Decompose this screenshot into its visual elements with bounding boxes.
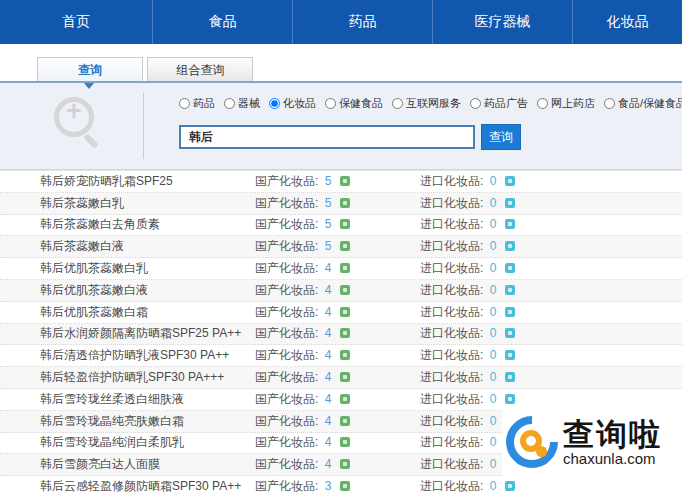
- import-expand-icon[interactable]: [505, 394, 515, 404]
- category-radio-label: 药品: [193, 96, 215, 111]
- domestic-expand-icon[interactable]: [340, 198, 350, 208]
- domestic-cell: 国产化妆品: 4: [255, 456, 420, 473]
- product-name-link[interactable]: 韩后茶蕊嫩白乳: [40, 195, 255, 212]
- domestic-expand-icon[interactable]: [340, 350, 350, 360]
- domestic-label: 国产化妆品:: [255, 348, 318, 362]
- category-radio-label: 药品广告: [484, 96, 528, 111]
- domestic-label: 国产化妆品:: [255, 326, 318, 340]
- product-name-link[interactable]: 韩后云感轻盈修颜防晒霜SPF30 PA++: [40, 478, 255, 495]
- import-count: 0: [490, 196, 497, 210]
- category-radio[interactable]: 药品广告: [470, 96, 528, 111]
- import-expand-icon[interactable]: [505, 481, 515, 491]
- category-radio-label: 互联网服务: [406, 96, 461, 111]
- product-name-link[interactable]: 韩后茶蕊嫩白去角质素: [40, 216, 255, 233]
- product-name-link[interactable]: 韩后轻盈倍护防晒乳SPF30 PA+++: [40, 369, 255, 386]
- import-expand-icon[interactable]: [505, 285, 515, 295]
- import-label: 进口化妆品:: [420, 283, 483, 297]
- product-name-link[interactable]: 韩后雪玲珑晶纯润白柔肌乳: [40, 434, 255, 451]
- domestic-expand-icon[interactable]: [340, 307, 350, 317]
- nav-item[interactable]: 医疗器械: [433, 0, 573, 44]
- import-cell: 进口化妆品: 0: [420, 434, 515, 451]
- tab-combo-query[interactable]: 组合查询: [147, 57, 253, 81]
- domestic-cell: 国产化妆品: 5: [255, 195, 420, 212]
- import-expand-icon[interactable]: [505, 350, 515, 360]
- import-count: 0: [490, 348, 497, 362]
- product-name-link[interactable]: 韩后雪玲珑丝柔透白细肤液: [40, 391, 255, 408]
- import-expand-icon[interactable]: [505, 307, 515, 317]
- import-cell: 进口化妆品: 0: [420, 216, 515, 233]
- import-expand-icon[interactable]: [505, 328, 515, 338]
- domestic-cell: 国产化妆品: 4: [255, 391, 420, 408]
- domestic-count: 4: [325, 457, 332, 471]
- table-row: 韩后清透倍护防晒乳液SPF30 PA++ 国产化妆品: 4 进口化妆品: 0: [0, 345, 682, 367]
- category-radio[interactable]: 网上药店: [537, 96, 595, 111]
- domestic-expand-icon[interactable]: [340, 394, 350, 404]
- domestic-expand-icon[interactable]: [340, 241, 350, 251]
- search-form: 药品 器械 化妆品 保健食品 互联网服务 药品广告 网上药店 食品/保健食品抽检…: [179, 96, 674, 150]
- category-radio-input[interactable]: [470, 98, 481, 109]
- tab-query[interactable]: 查询: [37, 57, 143, 81]
- import-label: 进口化妆品:: [420, 174, 483, 188]
- import-cell: 进口化妆品: 0: [420, 456, 515, 473]
- import-expand-icon[interactable]: [505, 219, 515, 229]
- domestic-cell: 国产化妆品: 4: [255, 347, 420, 364]
- product-name-link[interactable]: 韩后优肌茶蕊嫩白乳: [40, 260, 255, 277]
- nav-item[interactable]: 首页: [0, 0, 153, 44]
- import-count: 0: [490, 414, 497, 428]
- import-cell: 进口化妆品: 0: [420, 325, 515, 342]
- search-input[interactable]: [179, 125, 475, 149]
- category-radio-input[interactable]: [269, 98, 280, 109]
- category-radio[interactable]: 保健食品: [325, 96, 383, 111]
- product-name-link[interactable]: 韩后茶蕊嫩白液: [40, 238, 255, 255]
- import-cell: 进口化妆品: 0: [420, 304, 515, 321]
- domestic-label: 国产化妆品:: [255, 479, 318, 493]
- category-radio-input[interactable]: [224, 98, 235, 109]
- domestic-expand-icon[interactable]: [340, 285, 350, 295]
- category-radio-input[interactable]: [392, 98, 403, 109]
- import-label: 进口化妆品:: [420, 239, 483, 253]
- nav-item[interactable]: 化妆品: [573, 0, 682, 44]
- import-expand-icon[interactable]: [505, 176, 515, 186]
- product-name-link[interactable]: 韩后娇宠防晒乳霜SPF25: [40, 173, 255, 190]
- import-expand-icon[interactable]: [505, 241, 515, 251]
- product-name-link[interactable]: 韩后清透倍护防晒乳液SPF30 PA++: [40, 347, 255, 364]
- domestic-expand-icon[interactable]: [340, 328, 350, 338]
- category-radio-input[interactable]: [537, 98, 548, 109]
- domestic-count: 4: [325, 370, 332, 384]
- product-name-link[interactable]: 韩后雪玲珑晶纯亮肤嫩白霜: [40, 413, 255, 430]
- table-row: 韩后轻盈倍护防晒乳SPF30 PA+++ 国产化妆品: 4 进口化妆品: 0: [0, 367, 682, 389]
- product-name-link[interactable]: 韩后雪颜亮白达人面膜: [40, 456, 255, 473]
- category-radio[interactable]: 器械: [224, 96, 260, 111]
- category-radio-input[interactable]: [325, 98, 336, 109]
- category-radio-input[interactable]: [604, 98, 615, 109]
- nav-item[interactable]: 食品: [153, 0, 293, 44]
- import-expand-icon[interactable]: [505, 198, 515, 208]
- nav-item[interactable]: 药品: [293, 0, 433, 44]
- import-label: 进口化妆品:: [420, 414, 483, 428]
- domestic-cell: 国产化妆品: 5: [255, 238, 420, 255]
- domestic-expand-icon[interactable]: [340, 176, 350, 186]
- domestic-expand-icon[interactable]: [340, 416, 350, 426]
- category-radio[interactable]: 食品/保健食品抽检: [604, 96, 682, 111]
- domestic-label: 国产化妆品:: [255, 392, 318, 406]
- import-expand-icon[interactable]: [505, 372, 515, 382]
- table-row: 韩后优肌茶蕊嫩白乳 国产化妆品: 4 进口化妆品: 0: [0, 258, 682, 280]
- category-radio-input[interactable]: [179, 98, 190, 109]
- domestic-expand-icon[interactable]: [340, 263, 350, 273]
- domestic-expand-icon[interactable]: [340, 437, 350, 447]
- import-expand-icon[interactable]: [505, 263, 515, 273]
- product-name-link[interactable]: 韩后水润娇颜隔离防晒霜SPF25 PA++: [40, 325, 255, 342]
- product-name-link[interactable]: 韩后优肌茶蕊嫩白霜: [40, 304, 255, 321]
- category-radio[interactable]: 化妆品: [269, 96, 316, 111]
- domestic-expand-icon[interactable]: [340, 481, 350, 491]
- domestic-expand-icon[interactable]: [340, 219, 350, 229]
- product-name-link[interactable]: 韩后优肌茶蕊嫩白液: [40, 282, 255, 299]
- page: 首页食品药品医疗器械化妆品 查询 组合查询 + 药品 器械 化妆品 保健食品 互…: [0, 0, 682, 497]
- domestic-expand-icon[interactable]: [340, 372, 350, 382]
- category-radio[interactable]: 药品: [179, 96, 215, 111]
- search-button[interactable]: 查询: [481, 124, 521, 150]
- category-radio[interactable]: 互联网服务: [392, 96, 461, 111]
- domestic-expand-icon[interactable]: [340, 459, 350, 469]
- import-cell: 进口化妆品: 0: [420, 478, 515, 495]
- import-cell: 进口化妆品: 0: [420, 282, 515, 299]
